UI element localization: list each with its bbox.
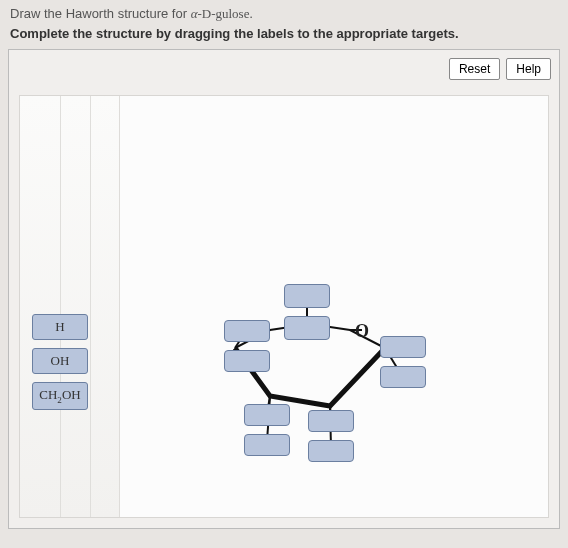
drop-target-c4-up[interactable] [224,320,270,342]
haworth-diagram: O [160,246,450,496]
drop-target-c3-up[interactable] [244,404,290,426]
prompt-line-1: Draw the Haworth structure for α-D-gulos… [10,6,558,22]
label-palette: H OH CH2OH [20,96,120,517]
drop-target-c3-down[interactable] [244,434,290,456]
drop-target-c1-down[interactable] [380,366,426,388]
palette-divider [60,96,61,517]
drawing-canvas: H OH CH2OH [19,95,549,518]
drop-target-c5-down[interactable] [284,316,330,340]
reset-button[interactable]: Reset [449,58,500,80]
prompt-tail: -D-gulose. [197,6,252,21]
drop-target-c5-up[interactable] [284,284,330,308]
button-bar: Reset Help [449,58,551,80]
help-button[interactable]: Help [506,58,551,80]
palette-items: H OH CH2OH [32,314,88,410]
drop-target-c2-up[interactable] [308,410,354,432]
label-chip-oh[interactable]: OH [32,348,88,374]
label-chip-h[interactable]: H [32,314,88,340]
instructions-block: Draw the Haworth structure for α-D-gulos… [0,0,568,43]
prompt-line-2: Complete the structure by dragging the l… [10,26,558,41]
ring-oxygen-label: O [355,321,369,342]
drop-target-c1-up[interactable] [380,336,426,358]
prompt-part1: Draw the Haworth structure for [10,6,191,21]
exercise-panel: Reset Help H OH CH2OH [8,49,560,529]
drop-target-c4-down[interactable] [224,350,270,372]
palette-divider [90,96,91,517]
drop-target-c2-down[interactable] [308,440,354,462]
label-chip-ch2oh[interactable]: CH2OH [32,382,88,410]
